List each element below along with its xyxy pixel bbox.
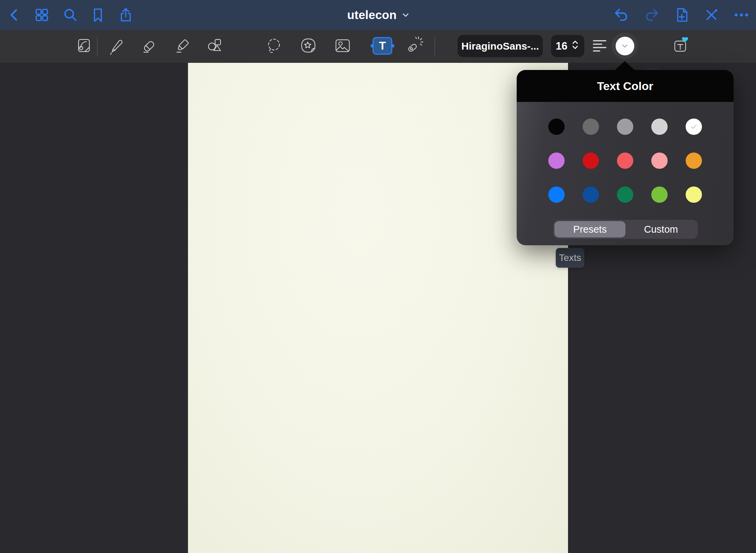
navigation-bar: utelecon	[0, 0, 756, 30]
align-left-icon	[591, 37, 608, 55]
text-object-label[interactable]: Texts	[556, 248, 584, 268]
toolbar-separator	[97, 37, 98, 56]
elements-sticker-tool-button[interactable]	[297, 35, 320, 57]
highlighter-tool-button[interactable]	[171, 35, 194, 57]
color-swatch-orange[interactable]	[686, 153, 702, 169]
search-button[interactable]	[59, 4, 81, 26]
bookmark-button[interactable]	[87, 4, 109, 26]
selection-handle-right	[391, 44, 394, 48]
shapes-icon	[204, 35, 224, 57]
redo-icon	[643, 7, 660, 23]
selected-check-icon	[690, 123, 698, 131]
pen-tool-icon	[106, 35, 127, 57]
text-color-popover: Text Color Presets Custom	[517, 70, 734, 245]
color-swatch-blue[interactable]	[548, 186, 565, 203]
shapes-tool-button[interactable]	[203, 35, 225, 57]
selection-handle-left	[371, 44, 374, 48]
color-swatch-pink[interactable]	[651, 153, 668, 169]
back-button[interactable]	[3, 4, 25, 26]
color-swatch-navy[interactable]	[583, 186, 599, 203]
image-tool-button[interactable]	[331, 35, 354, 57]
eraser-tool-button[interactable]	[138, 35, 160, 57]
sticker-star-icon	[298, 35, 319, 57]
text-tool-letter: T	[379, 39, 386, 52]
current-color-swatch	[616, 37, 634, 55]
stepper-chevrons-icon	[571, 40, 580, 53]
color-swatch-white[interactable]	[686, 119, 702, 135]
tab-presets[interactable]: Presets	[554, 221, 625, 237]
text-tool-selected-icon: T	[373, 37, 392, 55]
lasso-icon	[264, 35, 285, 57]
font-family-button[interactable]: HiraginoSans-...	[458, 35, 543, 57]
font-size-stepper[interactable]: 16	[551, 35, 584, 57]
document-page[interactable]: Texts	[188, 63, 568, 553]
undo-icon	[613, 7, 630, 23]
swatch-row	[548, 153, 702, 169]
color-swatch-lime[interactable]	[651, 186, 668, 203]
toolbar-separator	[434, 37, 435, 56]
laser-pointer-icon	[403, 35, 424, 57]
presets-custom-segmented-control: Presets Custom	[553, 220, 698, 239]
laser-pointer-tool-button[interactable]	[402, 35, 425, 57]
eraser-icon	[139, 35, 159, 57]
tools-toolbar: T HiraginoSans-... 16	[0, 30, 756, 63]
back-chevron-icon	[6, 7, 22, 23]
document-title[interactable]: utelecon	[347, 8, 410, 22]
undo-button[interactable]	[611, 4, 632, 26]
chevron-down-icon	[621, 42, 629, 50]
redo-button[interactable]	[641, 4, 663, 26]
color-swatch-yellow[interactable]	[686, 186, 702, 203]
search-icon	[63, 7, 78, 23]
swatch-row	[548, 119, 702, 135]
swatch-row	[548, 186, 702, 203]
ellipsis-icon	[733, 7, 750, 23]
lasso-tool-button[interactable]	[263, 35, 286, 57]
highlighter-icon	[172, 35, 193, 57]
chevron-down-icon	[401, 8, 410, 22]
share-icon	[118, 7, 134, 23]
color-swatch-green[interactable]	[617, 186, 633, 203]
text-tool-button[interactable]: T	[371, 35, 394, 57]
color-swatch-dark-gray[interactable]	[583, 119, 599, 135]
color-swatch-gray[interactable]	[617, 119, 633, 135]
more-options-button[interactable]	[731, 4, 752, 26]
text-align-button[interactable]	[588, 35, 611, 57]
font-family-label: HiraginoSans-...	[461, 40, 539, 52]
pan-page-tool-button[interactable]	[73, 35, 95, 57]
bookmark-icon	[90, 7, 106, 23]
pan-page-tool-icon	[74, 35, 94, 57]
grid-icon	[34, 7, 50, 23]
color-swatch-orchid[interactable]	[548, 153, 565, 169]
color-swatch-black[interactable]	[548, 119, 565, 135]
color-swatch-light-gray[interactable]	[651, 119, 668, 135]
font-size-value: 16	[556, 40, 567, 52]
pen-mode-toggle-button[interactable]	[701, 4, 722, 26]
text-style-favorites-button[interactable]	[669, 35, 692, 57]
tab-custom[interactable]: Custom	[625, 221, 697, 237]
color-swatch-grid	[517, 70, 734, 245]
image-icon	[332, 35, 353, 57]
document-title-text: utelecon	[347, 8, 397, 22]
pen-cross-icon	[703, 7, 720, 23]
thumbnails-button[interactable]	[31, 4, 53, 26]
text-color-button[interactable]	[612, 33, 638, 59]
add-page-button[interactable]	[671, 4, 692, 26]
pen-tool-button[interactable]	[105, 35, 128, 57]
popover-arrow	[615, 61, 635, 70]
color-swatch-coral[interactable]	[617, 153, 633, 169]
text-style-heart-icon	[670, 35, 691, 57]
color-swatch-red[interactable]	[583, 153, 599, 169]
share-button[interactable]	[115, 4, 137, 26]
add-page-icon	[673, 7, 690, 23]
